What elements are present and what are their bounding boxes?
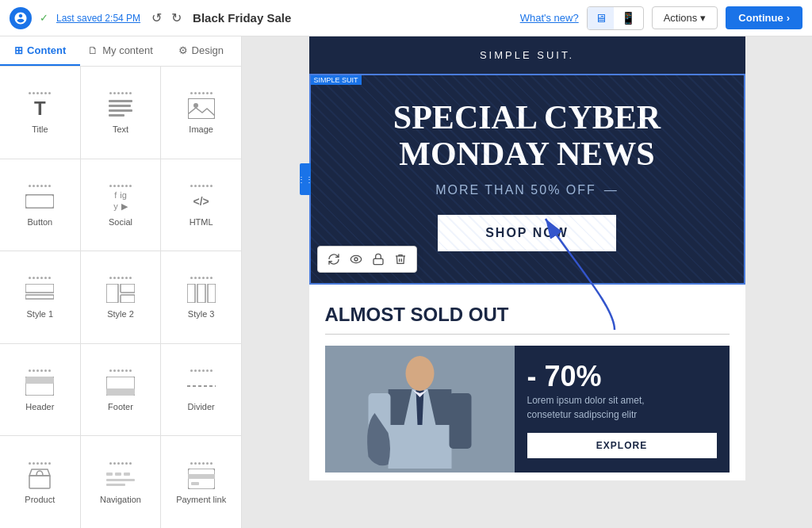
drag-dots xyxy=(109,369,132,372)
svg-rect-2 xyxy=(109,109,132,112)
view-toggle-group: 🖥 📱 xyxy=(587,6,644,30)
section-selected-label: SIMPLE SUIT xyxy=(311,75,362,85)
svg-rect-0 xyxy=(109,100,132,102)
hero-title: SPECIAL CYBER MONDAY NEWS xyxy=(327,99,728,172)
drag-dots xyxy=(29,277,51,279)
sidebar-item-payment-link[interactable]: Payment link xyxy=(161,436,241,528)
hero-cta-button[interactable]: SHOP NOW xyxy=(438,215,616,251)
tab-content[interactable]: ⊞ Content xyxy=(0,36,80,66)
sidebar-item-image[interactable]: Image xyxy=(161,67,241,159)
navigation-icon xyxy=(106,468,135,490)
redo-button[interactable]: ↻ xyxy=(168,7,185,29)
drag-dots xyxy=(29,92,51,94)
sidebar-items-grid: T Title Text Image xyxy=(0,67,241,528)
svg-rect-28 xyxy=(191,482,199,485)
undo-button[interactable]: ↺ xyxy=(148,7,165,29)
desktop-view-button[interactable]: 🖥 xyxy=(588,7,614,29)
explore-button[interactable]: EXPLORE xyxy=(527,433,717,458)
product-image xyxy=(325,346,515,473)
image-item-label: Image xyxy=(189,124,213,134)
sidebar-item-style1[interactable]: Style 1 xyxy=(0,251,80,343)
social-icon: f ig y ▶ xyxy=(106,190,135,212)
product-description: Lorem ipsum dolor sit amet, consetetur s… xyxy=(527,393,717,422)
email-canvas: SIMPLE SUIT. SIMPLE SUIT ⋮⋮ SPECIAL CYBE… xyxy=(242,36,812,528)
delete-button[interactable] xyxy=(389,250,412,269)
product-icon xyxy=(25,468,54,490)
sidebar-item-html[interactable]: </> HTML xyxy=(161,159,241,251)
product-row: - 70% Lorem ipsum dolor sit amet, conset… xyxy=(325,346,730,473)
style3-item-label: Style 3 xyxy=(188,309,215,319)
html-item-label: HTML xyxy=(190,217,213,227)
sidebar-item-social[interactable]: f ig y ▶ Social xyxy=(81,159,161,251)
whats-new-link[interactable]: What's new? xyxy=(520,12,579,24)
saved-check-icon: ✓ xyxy=(40,12,48,24)
actions-button[interactable]: Actions ▾ xyxy=(652,6,718,29)
html-icon: </> xyxy=(187,190,216,212)
drag-dots xyxy=(190,369,213,372)
text-item-label: Text xyxy=(113,124,128,134)
sidebar-item-button[interactable]: Button xyxy=(0,159,80,251)
footer-icon xyxy=(106,375,135,397)
document-title: Black Friday Sale xyxy=(193,11,291,25)
svg-point-29 xyxy=(350,255,361,262)
svg-point-30 xyxy=(354,258,358,261)
drag-dots xyxy=(109,92,132,94)
undo-redo-group: ↺ ↻ xyxy=(148,7,185,29)
lock-button[interactable] xyxy=(367,250,389,269)
style1-icon xyxy=(25,282,54,304)
drag-dots xyxy=(190,462,213,465)
topbar: ✓ Last saved 2:54 PM ↺ ↻ Black Friday Sa… xyxy=(0,0,812,36)
svg-rect-24 xyxy=(106,479,135,481)
product-discount: - 70% xyxy=(527,360,717,393)
grid-icon: ⊞ xyxy=(14,44,23,56)
sidebar-item-header[interactable]: Header xyxy=(0,344,80,436)
drag-handle[interactable]: ⋮⋮ xyxy=(300,163,311,195)
actions-label: Actions xyxy=(664,12,698,24)
sidebar-item-product[interactable]: Product xyxy=(0,436,80,528)
svg-rect-8 xyxy=(25,295,54,299)
visibility-button[interactable] xyxy=(345,250,367,269)
continue-button[interactable]: Continue › xyxy=(726,6,802,29)
sidebar-item-style2[interactable]: Style 2 xyxy=(81,251,161,343)
tab-design[interactable]: ⚙ Design xyxy=(161,36,241,66)
style2-item-label: Style 2 xyxy=(107,309,134,319)
svg-rect-27 xyxy=(188,474,215,479)
svg-rect-10 xyxy=(121,284,135,293)
sidebar-item-title[interactable]: T Title xyxy=(0,67,80,159)
app-logo xyxy=(10,7,32,29)
svg-rect-6 xyxy=(25,194,54,208)
svg-rect-23 xyxy=(124,473,130,476)
svg-rect-4 xyxy=(188,98,215,119)
svg-rect-3 xyxy=(109,114,124,117)
hero-dash: — xyxy=(604,183,619,197)
payment-icon xyxy=(187,468,216,490)
sidebar-item-divider[interactable]: Divider xyxy=(161,344,241,436)
payment-item-label: Payment link xyxy=(176,495,226,504)
product-info-box: - 70% Lorem ipsum dolor sit amet, conset… xyxy=(515,346,730,473)
topbar-left: ✓ Last saved 2:54 PM ↺ ↻ Black Friday Sa… xyxy=(10,7,291,29)
main-area: ⊞ Content 🗋 My content ⚙ Design T Title xyxy=(0,36,812,528)
replace-button[interactable] xyxy=(323,250,345,269)
sidebar-item-navigation[interactable]: Navigation xyxy=(81,436,161,528)
hero-subtitle: MORE THAN 50% OFF xyxy=(435,183,596,197)
svg-rect-40 xyxy=(449,393,471,449)
product-image-container xyxy=(325,346,515,473)
svg-rect-12 xyxy=(187,284,195,303)
sidebar-item-text[interactable]: Text xyxy=(81,67,161,159)
svg-rect-22 xyxy=(115,473,121,476)
tab-my-content[interactable]: 🗋 My content xyxy=(80,36,160,66)
email-hero-section[interactable]: SIMPLE SUIT ⋮⋮ SPECIAL CYBER MONDAY NEWS xyxy=(309,74,745,285)
svg-rect-13 xyxy=(197,284,205,303)
drag-dots xyxy=(29,369,51,372)
svg-rect-16 xyxy=(25,377,54,384)
svg-point-37 xyxy=(405,356,434,391)
mobile-view-button[interactable]: 📱 xyxy=(614,7,643,29)
last-saved-link[interactable]: Last saved 2:54 PM xyxy=(56,13,140,24)
actions-chevron-icon: ▾ xyxy=(700,12,706,24)
sidebar-tabs: ⊞ Content 🗋 My content ⚙ Design xyxy=(0,36,241,67)
svg-rect-31 xyxy=(373,258,383,264)
sidebar-item-style3[interactable]: Style 3 xyxy=(161,251,241,343)
button-item-label: Button xyxy=(27,217,52,227)
svg-rect-11 xyxy=(121,295,135,303)
sidebar-item-footer[interactable]: Footer xyxy=(81,344,161,436)
